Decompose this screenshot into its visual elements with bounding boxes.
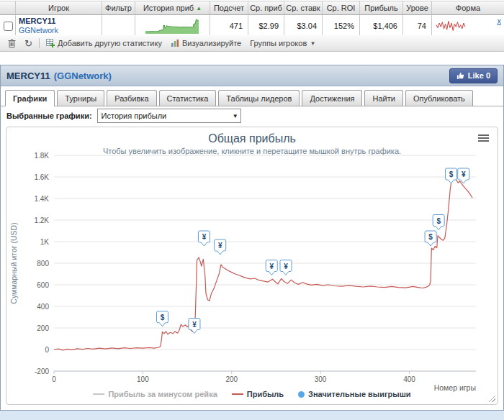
svg-text:¥: ¥	[218, 242, 222, 250]
col-avg-stake[interactable]: Ср. ставк	[284, 1, 323, 14]
svg-text:400: 400	[37, 303, 49, 311]
profit-chart-plot[interactable]: -20002004006008001K1.2K1.4K1.6K1.8K01002…	[6, 127, 498, 404]
legend-wins-swatch	[298, 391, 305, 398]
col-avg-profit[interactable]: Ср. приб	[248, 1, 284, 14]
results-header-row: Игрок Фильтр История приб ▲ Подсчет Ср. …	[0, 1, 504, 15]
facebook-like-button[interactable]: Like 0	[449, 68, 498, 83]
tab-publish[interactable]: Опубликовать	[405, 90, 473, 106]
add-statistic-button[interactable]: Добавить другую статистику	[42, 37, 166, 49]
significant-win-marker[interactable]: ¥	[198, 231, 210, 246]
significant-win-marker[interactable]: ¥	[266, 260, 277, 275]
tab-leaderboards[interactable]: Таблицы лидеров	[218, 90, 300, 106]
svg-text:100: 100	[137, 375, 149, 383]
visualize-icon	[171, 39, 179, 47]
results-row: MERCY11 GGNetwork 471 $2.99 $3.04 152% $…	[0, 15, 504, 37]
svg-text:¥: ¥	[269, 262, 274, 270]
resize-grip-icon[interactable]	[489, 396, 495, 402]
tab-graphs[interactable]: Графики	[5, 90, 55, 106]
legend-item-profit[interactable]: Прибыль	[232, 390, 284, 398]
legend-item-rake[interactable]: Прибыль за минусом рейка	[93, 390, 217, 398]
svg-text:$: $	[436, 217, 441, 225]
tab-achievements[interactable]: Достижения	[302, 90, 362, 106]
col-player[interactable]: Игрок	[16, 1, 102, 14]
col-level[interactable]: Урове	[403, 1, 432, 14]
player-groups-button[interactable]: Группы игроков ▾	[246, 37, 319, 49]
tab-find[interactable]: Найти	[364, 90, 402, 106]
significant-win-marker[interactable]: $	[157, 311, 168, 327]
page-background-strip	[0, 411, 504, 420]
svg-text:0: 0	[45, 346, 49, 354]
tab-breakdown[interactable]: Разбивка	[107, 90, 156, 106]
svg-text:200: 200	[225, 375, 238, 383]
row-checkbox-cell	[0, 15, 16, 37]
chart-legend: Прибыль за минусом рейка Прибыль Значите…	[6, 390, 498, 398]
chart-container: Общая прибыль Чтобы увеличить изображени…	[6, 127, 498, 405]
chevron-down-icon: ▼	[233, 113, 238, 119]
chart-type-select-value: История прибыли	[102, 111, 167, 120]
svg-text:¥: ¥	[202, 233, 207, 241]
form-sparkline	[435, 19, 467, 32]
player-name-link[interactable]: MERCY11	[19, 17, 55, 26]
col-form[interactable]: Форма	[432, 1, 504, 14]
player-cell: MERCY11 GGNetwork	[16, 15, 102, 37]
col-count[interactable]: Подсчет	[210, 1, 248, 14]
add-statistic-icon	[46, 39, 55, 47]
toolbar-separator	[39, 38, 40, 48]
significant-win-marker[interactable]: $	[425, 231, 436, 246]
legend-wins-label: Значительные выигрыши	[308, 390, 411, 398]
chart-type-select[interactable]: История прибыли ▼	[97, 109, 241, 123]
svg-text:1.6K: 1.6K	[34, 173, 49, 181]
svg-text:¥: ¥	[462, 170, 466, 178]
visualize-button[interactable]: Визуализируйте	[166, 37, 246, 49]
svg-text:0: 0	[52, 375, 56, 383]
tab-tournaments[interactable]: Турниры	[57, 90, 104, 106]
screen: Игрок Фильтр История приб ▲ Подсчет Ср. …	[0, 0, 504, 420]
form-cell: x	[432, 15, 504, 37]
refresh-button[interactable]: ↻	[20, 37, 37, 50]
svg-text:300: 300	[315, 375, 327, 383]
refresh-icon: ↻	[24, 39, 32, 48]
sort-asc-icon: ▲	[196, 5, 202, 12]
avg-profit-value: $2.99	[248, 15, 284, 37]
panel-player-name: MERCY11	[6, 70, 50, 81]
col-profit[interactable]: Прибыль	[360, 1, 403, 14]
level-value: 74	[403, 15, 432, 37]
delete-button[interactable]	[4, 37, 20, 50]
visualize-label: Визуализируйте	[182, 39, 241, 47]
svg-text:-200: -200	[35, 368, 49, 375]
tab-statistics[interactable]: Статистика	[159, 90, 217, 106]
count-value: 471	[210, 15, 248, 37]
profit-line	[54, 175, 472, 350]
svg-text:Суммарный итог (USD): Суммарный итог (USD)	[9, 222, 18, 303]
col-profit-history-label: История приб	[143, 4, 194, 12]
svg-text:1.8K: 1.8K	[34, 152, 49, 160]
svg-text:¥: ¥	[284, 262, 288, 270]
svg-text:$: $	[161, 314, 165, 321]
avg-stake-value: $3.04	[284, 15, 323, 37]
significant-win-marker[interactable]: ¥	[215, 239, 226, 255]
significant-win-marker[interactable]: $	[445, 168, 456, 183]
avg-roi-value: 152%	[323, 15, 360, 37]
col-filter[interactable]: Фильтр	[102, 1, 135, 14]
profit-history-sparkline-cell	[135, 15, 210, 37]
thumb-up-icon	[456, 72, 464, 80]
remove-player-link[interactable]: x	[498, 17, 502, 25]
svg-text:800: 800	[37, 260, 49, 268]
legend-item-wins[interactable]: Значительные выигрыши	[298, 390, 411, 398]
significant-win-marker[interactable]: $	[433, 215, 444, 230]
player-network-label: GGNetwork	[19, 26, 58, 35]
significant-win-marker[interactable]: ¥	[189, 319, 200, 334]
col-profit-history[interactable]: История приб ▲	[135, 1, 210, 14]
player-groups-label: Группы игроков	[250, 39, 307, 47]
col-avg-roi[interactable]: Ср. ROI	[323, 1, 360, 14]
significant-win-marker[interactable]: ¥	[280, 260, 292, 275]
trash-icon	[8, 39, 16, 48]
results-table: Игрок Фильтр История приб ▲ Подсчет Ср. …	[0, 1, 504, 37]
filter-cell	[102, 15, 135, 37]
svg-text:$: $	[449, 170, 454, 178]
svg-text:200: 200	[37, 324, 49, 332]
row-checkbox[interactable]	[4, 22, 13, 31]
header-checkbox-cell	[0, 1, 16, 14]
legend-profit-label: Прибыль	[247, 390, 284, 398]
svg-text:$: $	[428, 233, 433, 241]
